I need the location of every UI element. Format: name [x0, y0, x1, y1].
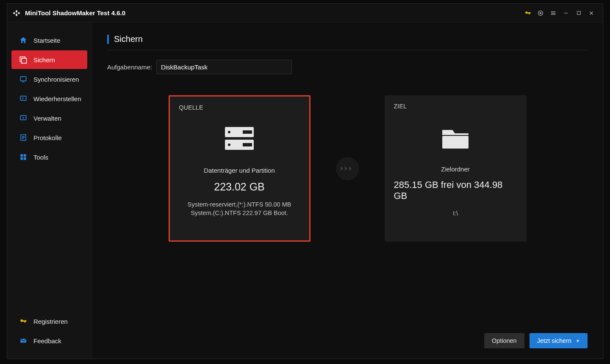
sidebar-item-label: Wiederherstellen	[33, 95, 81, 102]
source-size: 223.02 GB	[214, 181, 265, 193]
close-button[interactable]	[585, 7, 598, 19]
destination-free-space: 285.15 GB frei von 344.98 GB	[394, 179, 517, 201]
sidebar-item-label: Startseite	[33, 37, 60, 44]
sidebar-item-label: Sichern	[33, 56, 55, 63]
task-name-row: Aufgabenname:	[107, 60, 588, 74]
sidebar-item-tools[interactable]: Tools	[11, 148, 87, 166]
minimize-button[interactable]	[560, 7, 572, 19]
sync-icon	[19, 75, 28, 83]
options-label: Optionen	[492, 337, 517, 344]
sidebar-item-label: Protokolle	[33, 134, 62, 141]
svg-rect-5	[20, 77, 26, 81]
arrow-indicator	[336, 157, 359, 180]
home-icon	[19, 36, 28, 44]
sidebar-item-register[interactable]: Registrieren	[11, 312, 87, 331]
sidebar-item-logs[interactable]: Protokolle	[11, 128, 87, 147]
main-content: Sichern Aufgabenname: QUELLE	[92, 22, 603, 358]
sidebar: Startseite Sichern Synchronisieren Wiede…	[7, 22, 92, 358]
restore-icon	[19, 94, 28, 103]
footer-buttons: Optionen Jetzt sichern ▼	[484, 333, 588, 348]
menu-icon[interactable]	[547, 7, 560, 19]
source-heading: QUELLE	[179, 104, 203, 111]
source-card[interactable]: QUELLE Datenträger und Partition 223.02 …	[169, 95, 311, 242]
page-title: Sichern	[114, 34, 143, 44]
svg-rect-16	[243, 130, 252, 134]
key-icon	[19, 317, 28, 325]
svg-rect-10	[20, 154, 23, 157]
sidebar-item-manage[interactable]: Verwalten	[11, 109, 87, 127]
destination-card[interactable]: ZIEL Zielordner 285.15 GB frei von 344.9…	[385, 95, 527, 242]
svg-point-8	[22, 117, 24, 119]
sidebar-item-label: Verwalten	[33, 115, 61, 122]
chevron-down-icon: ▼	[576, 339, 580, 343]
page-header: Sichern	[107, 34, 588, 50]
titlebar: MiniTool ShadowMaker Test 4.6.0	[7, 4, 603, 22]
sidebar-item-label: Synchronisieren	[33, 76, 79, 83]
backup-icon	[19, 55, 28, 64]
svg-point-20	[228, 143, 230, 146]
svg-rect-2	[577, 11, 580, 15]
whats-new-icon[interactable]	[534, 7, 547, 19]
task-name-label: Aufgabenname:	[107, 63, 152, 71]
destination-heading: ZIEL	[394, 103, 407, 110]
page-title-accent	[107, 35, 109, 44]
backup-now-button[interactable]: Jetzt sichern ▼	[530, 333, 588, 348]
svg-rect-21	[442, 136, 469, 149]
svg-rect-4	[22, 58, 27, 63]
sidebar-item-sync[interactable]: Synchronisieren	[11, 70, 87, 88]
mail-icon	[19, 336, 28, 345]
sidebar-item-backup[interactable]: Sichern	[11, 50, 87, 69]
task-name-input[interactable]	[156, 60, 292, 74]
app-logo-icon	[12, 9, 21, 17]
logs-icon	[19, 133, 28, 142]
svg-rect-19	[243, 143, 252, 146]
maximize-button[interactable]	[572, 7, 585, 19]
source-subtitle: Datenträger und Partition	[204, 167, 275, 174]
destination-subtitle: Zielordner	[441, 165, 470, 173]
svg-rect-12	[20, 157, 23, 160]
options-button[interactable]: Optionen	[484, 333, 524, 348]
cards-area: QUELLE Datenträger und Partition 223.02 …	[107, 95, 588, 242]
svg-rect-13	[24, 157, 26, 160]
manage-icon	[19, 114, 28, 122]
folder-icon	[438, 122, 472, 152]
destination-path: I:\	[453, 210, 458, 217]
sidebar-item-restore[interactable]: Wiederherstellen	[11, 89, 87, 108]
svg-rect-11	[24, 154, 26, 157]
sidebar-item-label: Feedback	[33, 337, 61, 345]
sidebar-item-feedback[interactable]: Feedback	[11, 331, 87, 350]
sidebar-item-label: Tools	[33, 154, 48, 161]
disk-icon	[222, 124, 256, 153]
svg-point-1	[540, 12, 541, 14]
chevron-right-icon	[340, 164, 355, 173]
svg-point-17	[228, 131, 230, 133]
tools-icon	[19, 153, 28, 161]
app-title: MiniTool ShadowMaker Test 4.6.0	[25, 9, 125, 17]
sidebar-item-home[interactable]: Startseite	[11, 31, 87, 50]
backup-now-label: Jetzt sichern	[537, 337, 571, 344]
sidebar-item-label: Registrieren	[33, 318, 68, 325]
license-key-icon[interactable]	[521, 7, 534, 19]
app-window: MiniTool ShadowMaker Test 4.6.0 Startsei…	[7, 3, 603, 359]
source-details: System-reserviert,(*:).NTFS 50.00 MB Sys…	[179, 201, 300, 217]
